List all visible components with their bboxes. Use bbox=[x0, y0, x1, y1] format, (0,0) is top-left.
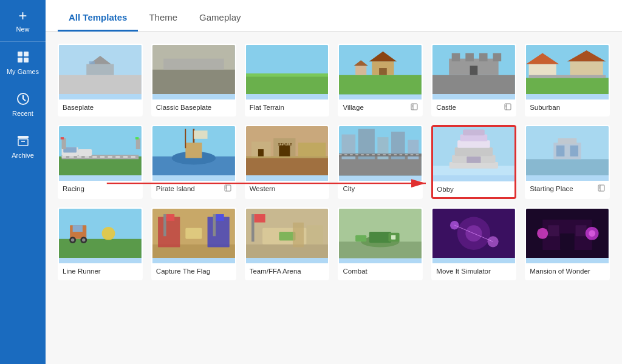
svg-rect-45 bbox=[526, 78, 609, 94]
template-name-obby: Obby bbox=[437, 186, 454, 193]
template-label-racing: Racing bbox=[59, 181, 142, 197]
template-card-capture-the-flag[interactable]: Capture The Flag bbox=[151, 207, 236, 280]
template-name-line-runner: Line Runner bbox=[63, 268, 101, 275]
template-card-line-runner[interactable]: Line Runner bbox=[58, 207, 143, 280]
recent-icon bbox=[16, 92, 30, 107]
archive-button[interactable]: Archive bbox=[0, 126, 46, 167]
svg-rect-80 bbox=[279, 146, 290, 157]
template-card-city[interactable]: City bbox=[338, 125, 423, 199]
svg-rect-123 bbox=[163, 214, 166, 236]
svg-rect-139 bbox=[369, 232, 391, 243]
template-label-starting-place: Starting Place bbox=[526, 181, 609, 197]
template-label-combat: Combat bbox=[339, 263, 422, 279]
template-thumb-team-ffa-arena bbox=[246, 209, 329, 263]
template-label-classic-baseplate: Classic Baseplate bbox=[152, 99, 235, 115]
svg-rect-7 bbox=[18, 136, 29, 138]
template-name-western: Western bbox=[250, 185, 276, 192]
svg-rect-33 bbox=[432, 75, 515, 95]
template-card-racing[interactable]: Racing bbox=[58, 125, 143, 199]
svg-point-114 bbox=[71, 238, 74, 241]
template-card-team-ffa-arena[interactable]: Team/FFA Arena bbox=[245, 207, 330, 280]
template-card-castle[interactable]: Castle bbox=[431, 44, 516, 116]
template-name-pirate-island: Pirate Island bbox=[156, 185, 195, 192]
svg-point-118 bbox=[102, 227, 115, 240]
template-thumb-western: STABLE bbox=[246, 126, 329, 181]
book-icon-starting-place bbox=[598, 184, 605, 193]
template-label-village: Village bbox=[339, 99, 422, 115]
template-name-classic-baseplate: Classic Baseplate bbox=[156, 104, 211, 111]
svg-rect-101 bbox=[526, 159, 609, 175]
template-label-suburban: Suburban bbox=[526, 99, 609, 115]
template-card-mansion-of-wonder[interactable]: Mansion of Wonder bbox=[525, 207, 610, 280]
book-icon-castle bbox=[504, 103, 511, 112]
svg-rect-121 bbox=[158, 217, 180, 248]
tab-all-templates[interactable]: All Templates bbox=[58, 4, 138, 32]
template-thumb-castle bbox=[432, 45, 515, 99]
svg-rect-12 bbox=[86, 64, 114, 75]
template-name-flat-terrain: Flat Terrain bbox=[250, 104, 284, 111]
template-thumb-city bbox=[339, 126, 422, 181]
archive-icon bbox=[16, 134, 30, 149]
template-card-suburban[interactable]: Suburban bbox=[525, 44, 610, 116]
recent-button[interactable]: Recent bbox=[0, 84, 46, 126]
svg-rect-2 bbox=[18, 58, 22, 62]
tab-gameplay[interactable]: Gameplay bbox=[188, 4, 251, 32]
template-label-mansion-of-wonder: Mansion of Wonder bbox=[526, 263, 609, 279]
svg-rect-25 bbox=[380, 68, 388, 75]
template-thumb-combat bbox=[339, 209, 422, 263]
svg-rect-22 bbox=[339, 75, 422, 95]
template-name-combat: Combat bbox=[343, 268, 367, 275]
template-card-flat-terrain[interactable]: Flat Terrain bbox=[245, 44, 330, 116]
template-name-starting-place: Starting Place bbox=[530, 185, 573, 192]
template-card-western[interactable]: STABLE Western bbox=[245, 125, 330, 199]
template-card-move-it-simulator[interactable]: Move It Simulator bbox=[431, 207, 516, 280]
template-label-city: City bbox=[339, 181, 422, 197]
template-thumb-mansion-of-wonder bbox=[526, 209, 609, 263]
svg-rect-126 bbox=[216, 214, 224, 221]
svg-rect-50 bbox=[529, 75, 606, 78]
svg-rect-104 bbox=[570, 146, 579, 157]
svg-rect-125 bbox=[213, 214, 216, 236]
sidebar: + New My Games Recent bbox=[0, 0, 46, 364]
template-name-suburban: Suburban bbox=[530, 104, 560, 111]
template-label-capture-the-flag: Capture The Flag bbox=[152, 263, 235, 279]
template-card-classic-baseplate[interactable]: Classic Baseplate bbox=[151, 44, 236, 116]
svg-rect-56 bbox=[78, 149, 92, 156]
template-thumb-starting-place bbox=[526, 126, 609, 181]
svg-rect-3 bbox=[24, 58, 29, 62]
template-card-obby[interactable]: Obby bbox=[431, 125, 516, 199]
my-games-button[interactable]: My Games bbox=[0, 42, 46, 84]
template-name-racing: Racing bbox=[63, 185, 84, 192]
svg-rect-141 bbox=[392, 235, 396, 239]
svg-rect-8 bbox=[18, 139, 28, 146]
template-card-baseplate[interactable]: Baseplate bbox=[58, 44, 143, 116]
svg-rect-67 bbox=[194, 130, 208, 139]
template-card-pirate-island[interactable]: Pirate Island bbox=[151, 125, 236, 199]
template-card-combat[interactable]: Combat bbox=[338, 207, 423, 280]
svg-rect-16 bbox=[152, 70, 235, 95]
template-thumb-move-it-simulator bbox=[432, 209, 515, 263]
svg-rect-153 bbox=[576, 225, 587, 236]
plus-icon: + bbox=[18, 8, 27, 23]
svg-rect-117 bbox=[73, 225, 83, 232]
template-label-obby: Obby bbox=[433, 181, 514, 197]
template-label-move-it-simulator: Move It Simulator bbox=[432, 263, 515, 279]
svg-rect-38 bbox=[493, 53, 502, 62]
template-label-baseplate: Baseplate bbox=[59, 99, 142, 115]
svg-rect-127 bbox=[185, 228, 202, 239]
template-card-starting-place[interactable]: Starting Place bbox=[525, 125, 610, 199]
template-name-city: City bbox=[343, 185, 355, 192]
template-card-village[interactable]: Village bbox=[338, 44, 423, 116]
template-label-flat-terrain: Flat Terrain bbox=[246, 99, 329, 115]
svg-rect-142 bbox=[356, 235, 367, 241]
svg-rect-36 bbox=[466, 53, 474, 62]
tab-theme[interactable]: Theme bbox=[138, 4, 188, 32]
svg-rect-39 bbox=[470, 66, 478, 75]
my-games-label: My Games bbox=[7, 68, 39, 75]
svg-rect-1 bbox=[24, 52, 29, 56]
svg-point-155 bbox=[537, 228, 548, 239]
new-button[interactable]: + New bbox=[0, 0, 46, 42]
svg-rect-81 bbox=[246, 157, 329, 158]
template-thumb-capture-the-flag bbox=[152, 209, 235, 263]
template-thumb-obby bbox=[433, 127, 514, 181]
